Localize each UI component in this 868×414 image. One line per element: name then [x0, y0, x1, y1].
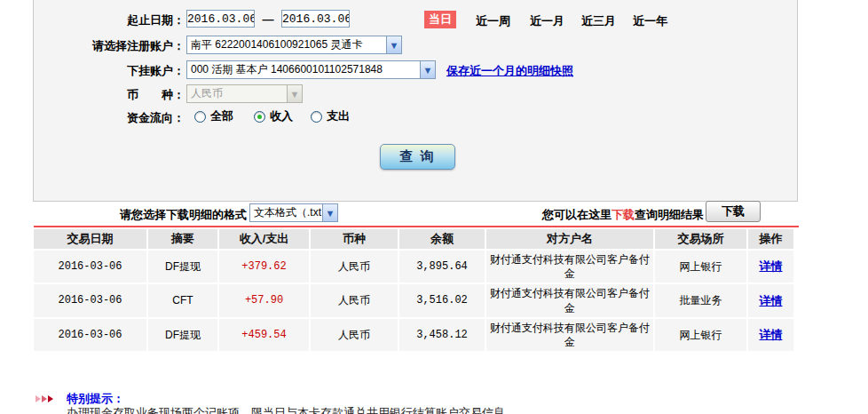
header-date: 交易日期 [34, 229, 146, 249]
flow-option-label: 全部 [210, 108, 233, 124]
cell-summary: DF提现 [148, 319, 217, 351]
quick-link-month[interactable]: 近一月 [530, 13, 564, 29]
download-format-select[interactable]: 文本格式（.txt） ▼ [249, 203, 338, 222]
cell-channel: 网上银行 [655, 251, 746, 283]
download-hint-suffix: 查询明细结果 [635, 208, 704, 221]
chevron-down-icon: ▼ [287, 85, 302, 102]
detail-link[interactable]: 详情 [760, 259, 783, 275]
download-hint-link[interactable]: 下载 [612, 208, 635, 221]
cell-date: 2016-03-06 [34, 319, 146, 351]
detail-link[interactable]: 详情 [760, 293, 783, 309]
tips-text-truncated: 办理现金存取业务现场两个记账项，限当日与本卡存款通兑共用银行结算账户交易信息 [67, 406, 505, 414]
header-balance: 余额 [399, 229, 485, 249]
cell-counterparty: 财付通支付科技有限公司客户备付金 [486, 284, 653, 316]
sub-account-label: 下挂账户： [71, 63, 185, 79]
cell-date: 2016-03-06 [34, 284, 146, 316]
sub-account-value: 000 活期 基本户 1406600101102571848 [187, 62, 420, 77]
date-separator: — [257, 12, 279, 26]
register-account-label: 请选择注册账户： [53, 38, 185, 54]
quick-link-today[interactable]: 当日 [424, 11, 456, 28]
currency-select: 人民币 ▼ [186, 84, 303, 103]
date-from-input[interactable] [186, 10, 255, 28]
register-account-value: 南平 6222001406100921065 灵通卡 [187, 37, 386, 52]
date-to-input[interactable] [281, 10, 350, 28]
table-row: 2016-03-06 DF提现 +459.54 人民币 3,458.12 财付通… [34, 319, 793, 351]
header-counterparty: 对方户名 [486, 229, 653, 249]
flow-option-expense[interactable]: 支出 [311, 108, 350, 124]
cell-amount: +57.90 [219, 284, 309, 316]
download-format-value: 文本格式（.txt） [250, 205, 322, 220]
tips-arrows-icon [36, 395, 54, 402]
cell-channel: 网上银行 [655, 319, 746, 351]
header-action: 操作 [748, 229, 793, 249]
flow-option-label: 收入 [270, 108, 293, 124]
table-row: 2016-03-06 DF提现 +379.62 人民币 3,895.64 财付通… [34, 251, 793, 283]
tips-title: 特别提示： [67, 391, 124, 407]
header-summary: 摘要 [148, 229, 217, 249]
download-button[interactable]: 下载 [706, 201, 761, 222]
download-hint: 您可以在这里下载查询明细结果 [479, 207, 704, 223]
cell-summary: CFT [148, 284, 217, 316]
chevron-down-icon: ▼ [386, 36, 401, 53]
header-amount: 收入/支出 [219, 229, 309, 249]
currency-label: 币 种： [71, 87, 185, 103]
cell-counterparty: 财付通支付科技有限公司客户备付金 [486, 251, 653, 283]
account-detail-page: 起止日期： — 当日 近一周 近一月 近三月 近一年 请选择注册账户： 南平 6… [0, 0, 868, 414]
header-currency: 币种 [311, 229, 398, 249]
quick-link-quarter[interactable]: 近三月 [581, 13, 616, 29]
flow-option-label: 支出 [327, 108, 350, 124]
cell-currency: 人民币 [311, 284, 398, 316]
snapshot-link[interactable]: 保存近一个月的明细快照 [446, 63, 573, 79]
cell-balance: 3,458.12 [399, 319, 485, 351]
cell-balance: 3,516.02 [399, 284, 485, 316]
cell-date: 2016-03-06 [34, 251, 146, 283]
red-divider [34, 226, 799, 227]
query-button[interactable]: 查 询 [380, 144, 455, 170]
transactions-table: 交易日期 摘要 收入/支出 币种 余额 对方户名 交易场所 操作 2016-03… [34, 229, 793, 353]
radio-icon[interactable] [194, 111, 206, 123]
table-rows: 2016-03-06 DF提现 +379.62 人民币 3,895.64 财付通… [34, 251, 793, 351]
cell-amount: +459.54 [219, 319, 309, 351]
quick-link-week[interactable]: 近一周 [476, 13, 510, 29]
radio-icon[interactable] [311, 111, 322, 123]
register-account-select[interactable]: 南平 6222001406100921065 灵通卡 ▼ [186, 36, 402, 54]
cell-currency: 人民币 [311, 251, 398, 283]
cell-counterparty: 财付通支付科技有限公司客户备付金 [486, 319, 653, 351]
cell-currency: 人民币 [311, 319, 398, 351]
cell-summary: DF提现 [148, 251, 217, 283]
table-row: 2016-03-06 CFT +57.90 人民币 3,516.02 财付通支付… [34, 284, 793, 316]
sub-account-select[interactable]: 000 活期 基本户 1406600101102571848 ▼ [186, 60, 436, 79]
header-channel: 交易场所 [655, 229, 746, 249]
date-range-label: 起止日期： [71, 12, 185, 28]
radio-icon[interactable] [254, 111, 265, 123]
cell-amount: +379.62 [219, 251, 309, 283]
cell-balance: 3,895.64 [399, 251, 485, 283]
detail-link[interactable]: 详情 [760, 327, 783, 343]
flow-option-income[interactable]: 收入 [254, 108, 293, 124]
quick-link-year[interactable]: 近一年 [633, 13, 667, 29]
table-header-row: 交易日期 摘要 收入/支出 币种 余额 对方户名 交易场所 操作 [34, 229, 793, 249]
download-hint-prefix: 您可以在这里 [542, 208, 612, 221]
download-format-label: 请您选择下载明细的格式 [98, 207, 247, 223]
flow-option-all[interactable]: 全部 [194, 108, 233, 124]
flow-label: 资金流向： [71, 110, 185, 126]
currency-value: 人民币 [187, 86, 287, 101]
cell-channel: 批量业务 [655, 284, 746, 316]
chevron-down-icon: ▼ [420, 61, 435, 78]
chevron-down-icon: ▼ [322, 204, 337, 221]
